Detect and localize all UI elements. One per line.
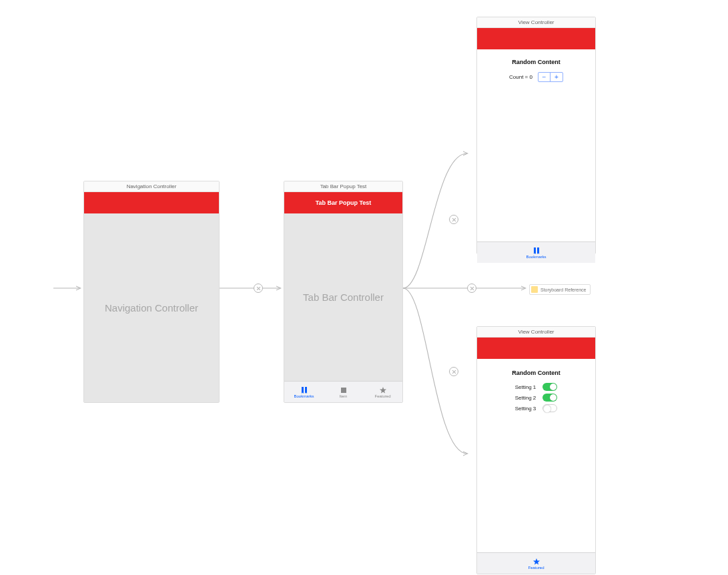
scene-title: View Controller — [477, 17, 595, 28]
navigation-bar: Tab Bar Popup Test — [284, 192, 402, 213]
storyboard-reference-icon — [531, 286, 538, 293]
star-icon — [378, 386, 388, 394]
tab-label: Bookmarks — [294, 394, 314, 398]
tab-bookmarks[interactable]: Bookmarks — [284, 382, 324, 402]
setting-row: Setting 3 — [477, 404, 595, 412]
scene-title: Tab Bar Popup Test — [284, 181, 402, 192]
scene-view-controller-top[interactable]: View Controller Random Content Count = 0… — [476, 17, 596, 254]
content-heading: Random Content — [477, 59, 595, 65]
scene-view-controller-bottom[interactable]: View Controller Random Content Setting 1… — [476, 326, 596, 574]
placeholder-label: Tab Bar Controller — [284, 213, 402, 381]
navigation-bar — [477, 338, 595, 359]
tab-label: Item — [340, 394, 348, 398]
setting-row: Setting 2 — [477, 394, 595, 402]
setting-label: Setting 3 — [515, 406, 536, 412]
count-label: Count = 0 — [509, 74, 532, 80]
switch-setting-2[interactable] — [542, 394, 557, 402]
svg-rect-0 — [341, 388, 346, 393]
stepper-plus[interactable]: + — [551, 73, 563, 81]
segue-badge — [449, 367, 458, 376]
scene-title: View Controller — [477, 327, 595, 338]
tab-label: Bookmarks — [526, 255, 546, 259]
scene-title: Navigation Controller — [84, 181, 219, 192]
tab-bar: Bookmarks — [477, 241, 595, 263]
square-icon — [339, 386, 348, 394]
tab-bar: Featured — [477, 552, 595, 574]
tab-label: Featured — [374, 394, 390, 398]
stepper-minus[interactable]: − — [538, 73, 551, 81]
stepper[interactable]: − + — [538, 72, 563, 82]
star-icon — [532, 558, 541, 566]
tab-label: Featured — [528, 566, 544, 570]
navigation-bar-title: Tab Bar Popup Test — [284, 192, 402, 213]
segue-badge — [449, 215, 458, 224]
setting-row: Setting 1 — [477, 383, 595, 391]
switch-setting-1[interactable] — [542, 383, 557, 391]
storyboard-reference[interactable]: Storyboard Reference — [529, 284, 591, 295]
tab-bar: Bookmarks Item Featured — [284, 381, 402, 402]
tab-item[interactable]: Item — [324, 382, 363, 402]
navigation-bar — [477, 28, 595, 49]
tab-featured[interactable]: Featured — [477, 553, 595, 574]
storyboard-reference-label: Storyboard Reference — [540, 288, 586, 292]
switch-setting-3[interactable] — [542, 404, 557, 412]
bookmark-icon — [300, 386, 309, 394]
bookmark-icon — [532, 247, 541, 255]
navigation-bar — [84, 192, 219, 213]
tab-bookmarks[interactable]: Bookmarks — [477, 242, 595, 263]
content-heading: Random Content — [477, 370, 595, 376]
scene-navigation-controller[interactable]: Navigation Controller Navigation Control… — [83, 181, 220, 403]
segue-badge — [467, 283, 476, 293]
placeholder-label: Navigation Controller — [84, 213, 219, 402]
setting-label: Setting 2 — [515, 395, 536, 401]
setting-label: Setting 1 — [515, 384, 536, 390]
segue-badge — [254, 283, 263, 293]
tab-featured[interactable]: Featured — [363, 382, 402, 402]
scene-tab-bar-controller[interactable]: Tab Bar Popup Test Tab Bar Popup Test Ta… — [284, 181, 403, 403]
